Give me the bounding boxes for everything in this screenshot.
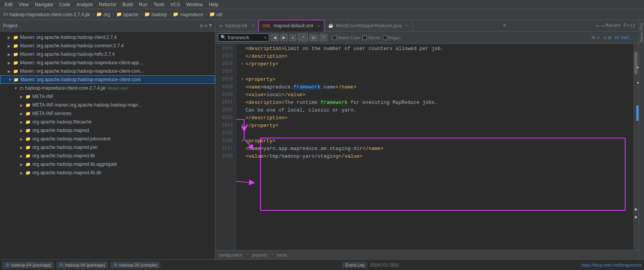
- code-text: <name>yarn.app.mapreduce.am.staging-dir<…: [245, 146, 384, 152]
- tree-item[interactable]: ▼📁Maven: org.apache.hadoop:hadoop-mapred…: [0, 75, 215, 84]
- run-item-3[interactable]: ⚙ hadoop-04 [compile]: [110, 262, 161, 268]
- menu-help[interactable]: Help: [207, 1, 221, 8]
- fold-icon[interactable]: ▼: [240, 139, 245, 143]
- menu-tools[interactable]: Tools: [151, 1, 167, 8]
- tab-wordcount[interactable]: ☕ WordCountMapperReducer.java ✕: [324, 20, 413, 32]
- tree-item[interactable]: ▶📁META-INF.services: [0, 109, 215, 118]
- tree-item[interactable]: ▶📁Maven: org.apache.hadoop:hadoop-common…: [0, 42, 215, 50]
- tree-item[interactable]: ▶📁org.apache.hadoop.filecache: [0, 118, 215, 126]
- breadcrumb-util[interactable]: util: [217, 12, 222, 17]
- tree-container[interactable]: ▶📁Maven: org.apache.hadoop:hadoop-client…: [0, 32, 215, 259]
- tree-item[interactable]: ▶📁org.apache.hadoop.mapred.lib.aggregate: [0, 160, 215, 168]
- collapse-right-btn[interactable]: ▶: [634, 207, 639, 212]
- code-area[interactable]: 1624162516261627162816291630163116321633…: [215, 44, 639, 250]
- tab-hadoop04[interactable]: m hadoop-04 ✕: [215, 20, 259, 32]
- breadcrumb-hadoop[interactable]: hadoop: [152, 12, 167, 17]
- menu-run[interactable]: Run: [137, 1, 150, 8]
- hadoop-indicator: 🗃 had...: [614, 35, 636, 40]
- refresh-icon[interactable]: ↻: [604, 35, 607, 41]
- tree-item[interactable]: ▶📁org.apache.hadoop.mapred.lib.db: [0, 168, 215, 177]
- collapse-icon[interactable]: ▼: [209, 23, 212, 29]
- breadcrumb-org[interactable]: org: [103, 12, 110, 17]
- search-all-btn[interactable]: ≡: [289, 34, 296, 41]
- search-filter-btn[interactable]: ▽: [320, 34, 327, 41]
- match-case-option[interactable]: Match Case: [332, 35, 360, 40]
- folder-icon-5: 📁: [209, 12, 215, 17]
- tree-item-label: Maven: org.apache.hadoop:hadoop-common:2…: [20, 43, 124, 48]
- tree-item[interactable]: ▶📁org.apache.hadoop.mapred: [0, 126, 215, 135]
- tree-item[interactable]: ▶📁org.apache.hadoop.mapred.jobcontrol: [0, 135, 215, 143]
- tree-item[interactable]: ▶📁Maven: org.apache.hadoop:hadoop-mapred…: [0, 58, 215, 67]
- menu-code[interactable]: Code: [57, 1, 73, 8]
- breadcrumb-mapreduce[interactable]: mapreduce: [180, 12, 203, 17]
- search-prev-btn[interactable]: ◀: [271, 34, 279, 41]
- menu-bar: Edit View Navigate Code Analyze Refactor…: [0, 0, 644, 9]
- search-input[interactable]: [228, 35, 262, 40]
- search-close-icon[interactable]: ✕: [597, 35, 600, 40]
- fold-icon[interactable]: ▼: [240, 62, 245, 66]
- breadcrumb-sep-1: ›: [92, 12, 95, 17]
- menu-analyze[interactable]: Analyze: [74, 1, 95, 8]
- menu-build[interactable]: Build: [120, 1, 135, 8]
- menu-navigate[interactable]: Navigate: [32, 1, 55, 8]
- tree-item[interactable]: ▶📁Maven: org.apache.hadoop:hadoop-hdfs:2…: [0, 50, 215, 58]
- run-item-2[interactable]: ⚙ hadoop-04 [package]: [56, 262, 108, 268]
- code-line: <name>yarn.app.mapreduce.am.staging-dir<…: [240, 145, 633, 152]
- fold-icon[interactable]: ▼: [240, 123, 245, 128]
- search-clear-icon[interactable]: ✕: [264, 35, 267, 40]
- editor-nav-back[interactable]: ⟵: [596, 23, 599, 29]
- search-bar: 🔍 ✕ ◀ ▶ ≡ .＊ W ▽ Match Case Words: [215, 32, 639, 44]
- tree-item[interactable]: ▶📁Maven: org.apache.hadoop:hadoop-client…: [0, 33, 215, 42]
- search-regex-btn[interactable]: .＊: [298, 33, 308, 42]
- tree-item[interactable]: ▶📁Maven: org.apache.hadoop:hadoop-mapred…: [0, 67, 215, 75]
- tab-close-mapred[interactable]: ✕: [317, 24, 320, 28]
- tree-item[interactable]: ▶📁org.apache.hadoop.mapred.lib: [0, 152, 215, 160]
- fold-icon[interactable]: ▼: [240, 77, 245, 82]
- menu-window[interactable]: Window: [184, 1, 205, 8]
- search-word-btn[interactable]: W: [309, 34, 318, 41]
- folder-icon: 📁: [13, 77, 19, 82]
- regex-checkbox[interactable]: [383, 35, 387, 40]
- tree-item[interactable]: ▶📁org.apache.hadoop.mapred.join: [0, 143, 215, 152]
- tab-mapred[interactable]: XML mapred-default.xml ✕: [259, 20, 324, 32]
- scrollbar-area[interactable]: ▶ ▶: [633, 44, 639, 250]
- menu-vcs[interactable]: VCS: [168, 1, 182, 8]
- breadcrumb-jar[interactable]: hadoop-mapreduce-client-core-2.7.4.jar: [9, 12, 90, 17]
- event-log[interactable]: Event Log: [342, 262, 368, 268]
- menu-refactor[interactable]: Refactor: [97, 1, 118, 8]
- run-item-1[interactable]: ⚙ hadoop-04 [package]: [2, 262, 54, 268]
- tree-item-label: org.apache.hadoop.mapred.lib: [32, 153, 95, 158]
- tree-item[interactable]: ▼🗃hadoop-mapreduce-client-core-2.7.4.jar…: [0, 84, 215, 92]
- expand-right-btn[interactable]: ▶: [634, 215, 639, 219]
- folder-icon-2: 📁: [116, 12, 122, 17]
- search-next-btn[interactable]: ▶: [280, 34, 288, 41]
- tab-more[interactable]: ≡: [500, 23, 509, 28]
- line-number: 1633: [217, 114, 236, 122]
- tab-close-hadoop[interactable]: ✕: [251, 23, 254, 28]
- code-line: <description>The runtime framework for e…: [240, 98, 633, 106]
- menu-view[interactable]: View: [17, 1, 31, 8]
- line-number: 1638: [217, 152, 236, 160]
- url-link[interactable]: https://blog.csdn.net/longyanche: [581, 263, 642, 267]
- words-option[interactable]: Words: [362, 35, 380, 40]
- search-extra-icon[interactable]: ≫: [591, 35, 596, 40]
- folder-icon: 📁: [25, 120, 31, 125]
- settings-icon[interactable]: ⚙: [200, 23, 203, 29]
- code-content[interactable]: <description>Limit on the number of user…: [236, 44, 633, 250]
- regex-option[interactable]: Regex: [383, 35, 401, 40]
- tree-item[interactable]: ▶📁META-INF.maven.org.apache.hadoop.hadoo…: [0, 101, 215, 109]
- breadcrumb-apache[interactable]: apache: [123, 12, 138, 17]
- words-checkbox[interactable]: [362, 35, 367, 40]
- code-line: Can be one of local, classic or yarn.: [240, 106, 633, 114]
- sync-icon[interactable]: ⇄: [204, 23, 207, 29]
- tree-item[interactable]: ▶📁META-INF: [0, 92, 215, 101]
- match-case-checkbox[interactable]: [332, 35, 337, 40]
- maven-panel[interactable]: Maven Proj: [639, 20, 644, 259]
- tab-close-wordcount[interactable]: ✕: [405, 23, 409, 28]
- scrollbar-thumb[interactable]: [634, 52, 637, 75]
- settings-icon-right[interactable]: ⚙: [608, 35, 611, 41]
- line-number: 1637: [217, 145, 236, 152]
- code-text: </property>: [245, 61, 279, 67]
- menu-edit[interactable]: Edit: [2, 1, 15, 8]
- editor-nav-forward[interactable]: ⟶: [601, 23, 604, 29]
